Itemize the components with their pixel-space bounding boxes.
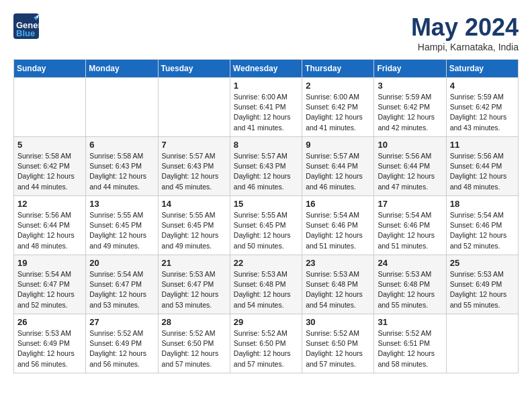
calendar-cell: 2Sunrise: 6:00 AM Sunset: 6:42 PM Daylig… <box>302 78 374 137</box>
day-number: 2 <box>306 81 370 91</box>
calendar-cell: 14Sunrise: 5:55 AM Sunset: 6:45 PM Dayli… <box>158 196 230 255</box>
day-detail: Sunrise: 6:00 AM Sunset: 6:41 PM Dayligh… <box>234 92 298 133</box>
title-block: May 2024 Hampi, Karnataka, India <box>411 13 519 52</box>
calendar-cell: 24Sunrise: 5:53 AM Sunset: 6:48 PM Dayli… <box>374 255 446 314</box>
logo: General Blue <box>13 13 39 39</box>
day-number: 5 <box>17 140 82 150</box>
day-number: 7 <box>162 140 226 150</box>
day-number: 12 <box>17 199 82 209</box>
calendar-cell <box>86 78 158 137</box>
calendar-cell: 31Sunrise: 5:52 AM Sunset: 6:51 PM Dayli… <box>374 314 446 373</box>
calendar-cell: 10Sunrise: 5:56 AM Sunset: 6:44 PM Dayli… <box>374 137 446 196</box>
day-number: 1 <box>234 81 298 91</box>
day-detail: Sunrise: 5:55 AM Sunset: 6:45 PM Dayligh… <box>234 210 298 251</box>
day-number: 27 <box>89 317 154 327</box>
calendar-cell: 19Sunrise: 5:54 AM Sunset: 6:47 PM Dayli… <box>14 255 86 314</box>
day-detail: Sunrise: 5:53 AM Sunset: 6:49 PM Dayligh… <box>17 328 82 369</box>
day-number: 24 <box>378 258 442 268</box>
calendar-cell: 1Sunrise: 6:00 AM Sunset: 6:41 PM Daylig… <box>230 78 302 137</box>
day-detail: Sunrise: 5:52 AM Sunset: 6:50 PM Dayligh… <box>234 328 298 369</box>
calendar-cell: 15Sunrise: 5:55 AM Sunset: 6:45 PM Dayli… <box>230 196 302 255</box>
weekday-header-friday: Friday <box>374 60 446 78</box>
calendar-cell: 20Sunrise: 5:54 AM Sunset: 6:47 PM Dayli… <box>86 255 158 314</box>
calendar-cell: 11Sunrise: 5:56 AM Sunset: 6:44 PM Dayli… <box>446 137 518 196</box>
location-label: Hampi, Karnataka, India <box>411 42 519 52</box>
day-number: 14 <box>162 199 226 209</box>
day-number: 25 <box>450 258 515 268</box>
calendar-table: SundayMondayTuesdayWednesdayThursdayFrid… <box>13 59 519 373</box>
day-detail: Sunrise: 6:00 AM Sunset: 6:42 PM Dayligh… <box>306 92 370 133</box>
day-number: 31 <box>378 317 442 327</box>
day-number: 17 <box>378 199 442 209</box>
day-number: 19 <box>17 258 82 268</box>
calendar-cell: 27Sunrise: 5:52 AM Sunset: 6:49 PM Dayli… <box>86 314 158 373</box>
calendar-cell: 25Sunrise: 5:53 AM Sunset: 6:49 PM Dayli… <box>446 255 518 314</box>
calendar-cell: 16Sunrise: 5:54 AM Sunset: 6:46 PM Dayli… <box>302 196 374 255</box>
day-number: 30 <box>306 317 370 327</box>
day-detail: Sunrise: 5:52 AM Sunset: 6:49 PM Dayligh… <box>89 328 154 369</box>
calendar-cell: 4Sunrise: 5:59 AM Sunset: 6:42 PM Daylig… <box>446 78 518 137</box>
day-detail: Sunrise: 5:58 AM Sunset: 6:43 PM Dayligh… <box>89 151 154 192</box>
day-number: 20 <box>89 258 154 268</box>
calendar-cell: 8Sunrise: 5:57 AM Sunset: 6:43 PM Daylig… <box>230 137 302 196</box>
calendar-cell: 7Sunrise: 5:57 AM Sunset: 6:43 PM Daylig… <box>158 137 230 196</box>
day-number: 23 <box>306 258 370 268</box>
day-detail: Sunrise: 5:59 AM Sunset: 6:42 PM Dayligh… <box>378 92 442 133</box>
day-detail: Sunrise: 5:57 AM Sunset: 6:44 PM Dayligh… <box>306 151 370 192</box>
day-detail: Sunrise: 5:55 AM Sunset: 6:45 PM Dayligh… <box>162 210 226 251</box>
calendar-cell: 17Sunrise: 5:54 AM Sunset: 6:46 PM Dayli… <box>374 196 446 255</box>
weekday-header-saturday: Saturday <box>446 60 518 78</box>
day-number: 11 <box>450 140 515 150</box>
day-number: 9 <box>306 140 370 150</box>
month-title: May 2024 <box>411 13 519 42</box>
day-number: 13 <box>89 199 154 209</box>
day-number: 6 <box>89 140 154 150</box>
day-number: 21 <box>162 258 226 268</box>
calendar-cell: 21Sunrise: 5:53 AM Sunset: 6:47 PM Dayli… <box>158 255 230 314</box>
day-detail: Sunrise: 5:53 AM Sunset: 6:49 PM Dayligh… <box>450 269 515 310</box>
calendar-cell: 22Sunrise: 5:53 AM Sunset: 6:48 PM Dayli… <box>230 255 302 314</box>
day-detail: Sunrise: 5:54 AM Sunset: 6:47 PM Dayligh… <box>17 269 82 310</box>
calendar-cell: 9Sunrise: 5:57 AM Sunset: 6:44 PM Daylig… <box>302 137 374 196</box>
weekday-header-wednesday: Wednesday <box>230 60 302 78</box>
calendar-cell: 3Sunrise: 5:59 AM Sunset: 6:42 PM Daylig… <box>374 78 446 137</box>
calendar-cell: 13Sunrise: 5:55 AM Sunset: 6:45 PM Dayli… <box>86 196 158 255</box>
day-detail: Sunrise: 5:56 AM Sunset: 6:44 PM Dayligh… <box>378 151 442 192</box>
calendar-cell: 5Sunrise: 5:58 AM Sunset: 6:42 PM Daylig… <box>14 137 86 196</box>
day-detail: Sunrise: 5:54 AM Sunset: 6:46 PM Dayligh… <box>306 210 370 251</box>
day-number: 28 <box>162 317 226 327</box>
day-detail: Sunrise: 5:52 AM Sunset: 6:50 PM Dayligh… <box>306 328 370 369</box>
day-detail: Sunrise: 5:59 AM Sunset: 6:42 PM Dayligh… <box>450 92 515 133</box>
svg-text:Blue: Blue <box>16 28 35 38</box>
day-detail: Sunrise: 5:54 AM Sunset: 6:46 PM Dayligh… <box>450 210 515 251</box>
day-number: 15 <box>234 199 298 209</box>
calendar-cell: 26Sunrise: 5:53 AM Sunset: 6:49 PM Dayli… <box>14 314 86 373</box>
page-header: General Blue May 2024 Hampi, Karnataka, … <box>13 13 519 52</box>
calendar-cell: 18Sunrise: 5:54 AM Sunset: 6:46 PM Dayli… <box>446 196 518 255</box>
day-detail: Sunrise: 5:57 AM Sunset: 6:43 PM Dayligh… <box>234 151 298 192</box>
calendar-cell: 28Sunrise: 5:52 AM Sunset: 6:50 PM Dayli… <box>158 314 230 373</box>
calendar-cell: 23Sunrise: 5:53 AM Sunset: 6:48 PM Dayli… <box>302 255 374 314</box>
day-number: 22 <box>234 258 298 268</box>
day-number: 18 <box>450 199 515 209</box>
day-detail: Sunrise: 5:57 AM Sunset: 6:43 PM Dayligh… <box>162 151 226 192</box>
calendar-cell: 29Sunrise: 5:52 AM Sunset: 6:50 PM Dayli… <box>230 314 302 373</box>
day-detail: Sunrise: 5:53 AM Sunset: 6:48 PM Dayligh… <box>378 269 442 310</box>
calendar-cell <box>158 78 230 137</box>
weekday-header-thursday: Thursday <box>302 60 374 78</box>
day-detail: Sunrise: 5:58 AM Sunset: 6:42 PM Dayligh… <box>17 151 82 192</box>
calendar-cell: 6Sunrise: 5:58 AM Sunset: 6:43 PM Daylig… <box>86 137 158 196</box>
weekday-header-monday: Monday <box>86 60 158 78</box>
day-number: 26 <box>17 317 82 327</box>
day-detail: Sunrise: 5:52 AM Sunset: 6:51 PM Dayligh… <box>378 328 442 369</box>
day-detail: Sunrise: 5:53 AM Sunset: 6:47 PM Dayligh… <box>162 269 226 310</box>
calendar-cell <box>446 314 518 373</box>
day-detail: Sunrise: 5:54 AM Sunset: 6:47 PM Dayligh… <box>89 269 154 310</box>
calendar-cell: 12Sunrise: 5:56 AM Sunset: 6:44 PM Dayli… <box>14 196 86 255</box>
day-detail: Sunrise: 5:56 AM Sunset: 6:44 PM Dayligh… <box>450 151 515 192</box>
day-detail: Sunrise: 5:53 AM Sunset: 6:48 PM Dayligh… <box>306 269 370 310</box>
day-number: 8 <box>234 140 298 150</box>
day-detail: Sunrise: 5:53 AM Sunset: 6:48 PM Dayligh… <box>234 269 298 310</box>
day-number: 10 <box>378 140 442 150</box>
logo-icon: General Blue <box>13 13 39 39</box>
